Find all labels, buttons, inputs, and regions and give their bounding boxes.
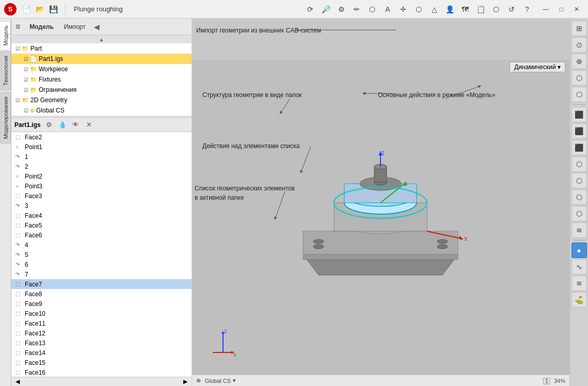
tree-item-4[interactable]: ☑📁Ограничения <box>11 85 192 95</box>
tree-checkbox-6[interactable]: ☑ <box>24 108 28 114</box>
tab-technology[interactable]: Технология <box>1 51 11 90</box>
geo-item-13[interactable]: ↷6 <box>11 260 192 269</box>
geo-item-4[interactable]: ○Point2 <box>11 171 192 181</box>
tab-modeling[interactable]: Моделирование <box>1 92 11 143</box>
geo-scroll-right[interactable]: ▶ <box>179 378 192 385</box>
geo-item-14[interactable]: ↷7 <box>11 269 192 279</box>
tree-checkbox-3[interactable]: ☑ <box>24 77 28 83</box>
geo-item-11[interactable]: ↷4 <box>11 240 192 250</box>
rt-wireframe-button[interactable]: ⊕ <box>571 54 587 69</box>
geo-item-10[interactable]: ⬚Face6 <box>11 230 192 240</box>
geo-item-15[interactable]: ⬚Face7 <box>11 279 192 289</box>
geo-item-19[interactable]: ⬚Face11 <box>11 318 192 328</box>
tree-item-6[interactable]: ☑⊕Global CS <box>11 105 192 116</box>
maximize-button[interactable]: □ <box>554 4 568 15</box>
toolbar-btn-5[interactable]: ⬡ <box>365 2 379 17</box>
rt-view-side[interactable]: ⬛ <box>571 140 587 155</box>
toolbar-btn-3[interactable]: ⚙ <box>334 2 348 17</box>
tab-model[interactable]: Модель <box>1 21 11 50</box>
rt-view-top[interactable]: ⬛ <box>571 107 587 122</box>
toolbar-btn-12[interactable]: 📋 <box>473 2 488 17</box>
geo-item-6[interactable]: ⬚Face3 <box>11 191 192 201</box>
rt-view-front[interactable]: ⬛ <box>571 123 587 139</box>
geo-item-12[interactable]: ↷5 <box>11 250 192 260</box>
rt-sphere-button[interactable]: ⊙ <box>571 37 587 53</box>
toolbar-btn-2[interactable]: 🔎 <box>319 2 333 17</box>
rt-section2[interactable]: ⬡ <box>571 189 587 205</box>
rt-flag-button[interactable]: ⛳ <box>571 292 587 308</box>
rt-view-iso[interactable]: ⬡ <box>571 156 587 172</box>
cs-dropdown-arrow[interactable]: ▾ <box>233 377 236 384</box>
tree-item-2[interactable]: ☑📁Workpiece <box>11 64 192 74</box>
geo-item-18[interactable]: ⬚Face10 <box>11 309 192 318</box>
geo-visibility-button[interactable]: 👁 <box>71 120 81 130</box>
geo-settings-button[interactable]: ⚙ <box>44 120 54 130</box>
tree-panel[interactable]: ▲ ☑📁Part☑📄Part1.igs☑📁Workpiece☑📁Fixtures… <box>11 35 192 118</box>
geo-item-9[interactable]: ⬚Face5 <box>11 220 192 230</box>
geo-item-21[interactable]: ⬚Face13 <box>11 338 192 348</box>
model-menu-item[interactable]: Модель <box>26 22 56 31</box>
tree-checkbox-5[interactable]: ☑ <box>15 98 20 103</box>
geo-item-0[interactable]: ⬚Face2 <box>11 132 192 142</box>
tree-item-3[interactable]: ☑📁Fixtures <box>11 74 192 85</box>
geo-item-icon-15: ⬚ <box>15 281 23 287</box>
geo-item-16[interactable]: ⬚Face8 <box>11 289 192 299</box>
geo-item-23[interactable]: ⬚Face15 <box>11 358 192 367</box>
toolbar-btn-8[interactable]: ⬡ <box>411 2 426 17</box>
rt-measure[interactable]: ≋ <box>571 222 587 238</box>
tree-scroll-up[interactable]: ▲ <box>11 35 192 43</box>
geo-item-22[interactable]: ⬚Face14 <box>11 348 192 358</box>
geo-scroll-left[interactable]: ◀ <box>11 378 24 385</box>
toolbar-btn-13[interactable]: ⬡ <box>489 2 503 17</box>
toolbar-btn-9[interactable]: △ <box>427 2 441 17</box>
rt-iso-button[interactable]: ⬡ <box>571 87 587 102</box>
toolbar-btn-1[interactable]: ⟳ <box>303 2 317 17</box>
geo-list[interactable]: ⬚Face2○Point1↷1↷2○Point2○Point3⬚Face3↷3⬚… <box>11 132 192 377</box>
rt-lines-button[interactable]: ≋ <box>571 276 587 291</box>
tree-item-5[interactable]: ☑📁2D Geometry <box>11 95 192 105</box>
tree-checkbox-2[interactable]: ☑ <box>24 67 28 72</box>
rt-detail[interactable]: ⬡ <box>571 206 587 221</box>
geo-item-24[interactable]: ⬚Face16 <box>11 367 192 377</box>
rt-grid-button[interactable]: ⊞ <box>571 21 587 36</box>
svg-point-18 <box>313 245 324 249</box>
zoom-text: 34% <box>554 378 565 384</box>
rt-solid-button[interactable]: ⬡ <box>571 70 587 86</box>
toolbar-btn-7[interactable]: ✛ <box>396 2 410 17</box>
rt-section[interactable]: ⬡ <box>571 173 587 188</box>
geo-bottom-bar: ◀ ▶ <box>11 377 192 386</box>
geo-item-20[interactable]: ⬚Face12 <box>11 328 192 338</box>
geo-item-8[interactable]: ⬚Face4 <box>11 211 192 220</box>
new-file-button[interactable]: 📄 <box>21 4 32 15</box>
panel-arrow-button[interactable]: ◀ <box>94 23 100 31</box>
toolbar-btn-10[interactable]: 👤 <box>442 2 457 17</box>
import-menu-item[interactable]: Импорт <box>61 22 89 31</box>
tree-item-1[interactable]: ☑📄Part1.igs <box>11 54 192 64</box>
geo-material-button[interactable]: 💧 <box>57 120 68 130</box>
close-button[interactable]: ✕ <box>569 4 584 15</box>
geo-item-7[interactable]: ↷3 <box>11 201 192 211</box>
toolbar-btn-14[interactable]: ↺ <box>504 2 519 17</box>
geo-item-3[interactable]: ↷2 <box>11 162 192 171</box>
tree-item-0[interactable]: ☑📁Part <box>11 43 192 54</box>
viewport[interactable]: Динамический ▾ Структура геометрии в вид… <box>192 60 569 375</box>
toolbar-btn-11[interactable]: 🗺 <box>458 2 472 17</box>
toolbar-btn-4[interactable]: ✏ <box>349 2 364 17</box>
geo-item-2[interactable]: ↷1 <box>11 152 192 162</box>
geo-item-1[interactable]: ○Point1 <box>11 142 192 152</box>
rt-dot-button[interactable]: ● <box>571 243 587 258</box>
save-file-button[interactable]: 💾 <box>47 4 59 15</box>
tree-checkbox-4[interactable]: ☑ <box>24 87 28 93</box>
hamburger-menu[interactable]: ≡ <box>15 22 20 31</box>
tree-checkbox-0[interactable]: ☑ <box>15 46 20 52</box>
geo-item-17[interactable]: ⬚Face9 <box>11 299 192 309</box>
dynamic-mode-button[interactable]: Динамический ▾ <box>510 62 565 72</box>
toolbar-btn-6[interactable]: A <box>380 2 395 17</box>
rt-wave-button[interactable]: ∿ <box>571 259 587 275</box>
minimize-button[interactable]: — <box>538 4 553 15</box>
geo-item-5[interactable]: ○Point3 <box>11 181 192 191</box>
help-button[interactable]: ? <box>520 2 534 17</box>
geo-close-button[interactable]: ✕ <box>84 120 94 130</box>
tree-checkbox-1[interactable]: ☑ <box>24 56 28 62</box>
open-file-button[interactable]: 📂 <box>34 4 45 15</box>
